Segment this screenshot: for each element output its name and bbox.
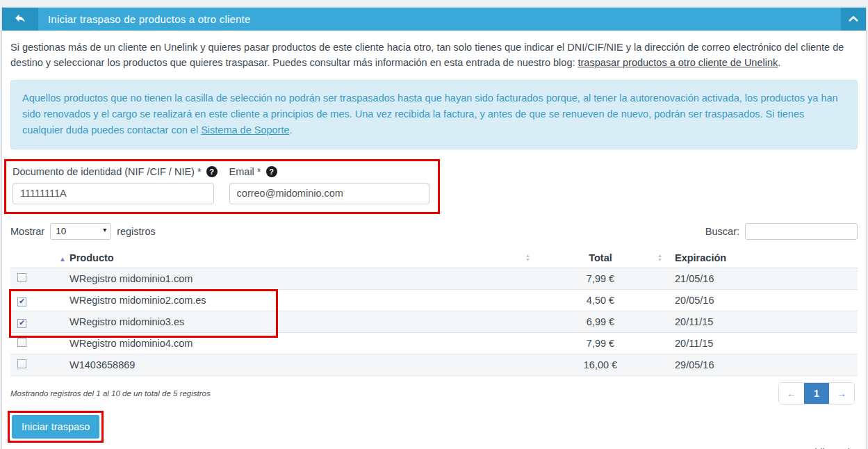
row-checkbox[interactable]: ✔: [17, 338, 26, 347]
search-control: Buscar:: [705, 223, 858, 240]
button-annotation-box: Iniciar traspaso: [8, 411, 104, 443]
chevron-up-icon: [849, 13, 858, 26]
identity-label: Documento de identidad (NIF /CIF / NIE) …: [13, 166, 202, 177]
reply-icon: [13, 12, 27, 27]
panel-header: Iniciar traspaso de productos a otro cli…: [2, 8, 866, 31]
panel-body: Si gestionas más de un cliente en Unelin…: [2, 31, 866, 449]
column-header-expiration[interactable]: Expiración: [666, 248, 858, 268]
check-icon: ✔: [19, 297, 25, 305]
table-row: ✔ WRegistro midominio2.com.es 4,50 € 20/…: [10, 290, 858, 311]
row-checkbox[interactable]: ✔: [17, 273, 26, 282]
products-table-wrap: ▲ Producto▲▼ Total▲▼ Expiración ✔ WRegis…: [10, 248, 858, 377]
column-header-product[interactable]: Producto▲▼: [69, 248, 534, 268]
transfer-form: Documento de identidad (NIF /CIF / NIE) …: [13, 166, 429, 204]
product-cell: WRegistro midominio1.com: [69, 268, 534, 290]
records-summary: Mostrando registros del 1 al 10 de un to…: [10, 389, 211, 398]
table-controls: Mostrar 10 registros Buscar:: [10, 223, 858, 240]
pagination-page-1[interactable]: 1: [804, 383, 829, 404]
expiration-cell: 20/05/16: [666, 290, 858, 311]
intro-paragraph: Si gestionas más de un cliente en Unelin…: [10, 40, 858, 71]
email-help-icon[interactable]: ?: [266, 166, 277, 177]
column-header-total[interactable]: Total▲▼: [534, 248, 666, 268]
expiration-column-label: Expiración: [675, 252, 726, 263]
intro-text-after: .: [778, 57, 780, 68]
check-icon: ✔: [19, 319, 25, 327]
product-cell: WRegistro midominio4.com: [69, 333, 534, 354]
row-checkbox[interactable]: ✔: [17, 297, 26, 307]
total-cell: 7,99 €: [534, 268, 666, 290]
email-field-group: Email * ?: [229, 166, 429, 204]
product-cell: WRegistro midominio3.es: [69, 311, 534, 333]
info-text-after: .: [290, 124, 293, 136]
start-transfer-button[interactable]: Iniciar traspaso: [12, 415, 99, 439]
expiration-cell: 29/05/16: [666, 354, 858, 376]
table-row: ✔ WRegistro midominio3.es 6,99 € 20/11/1…: [10, 311, 858, 333]
records-label: registros: [117, 226, 156, 237]
expiration-cell: 20/11/15: [666, 311, 858, 333]
page-length-select[interactable]: 10: [50, 223, 111, 240]
form-annotation-box: Documento de identidad (NIF /CIF / NIE) …: [4, 159, 440, 214]
table-header-row: ▲ Producto▲▼ Total▲▼ Expiración: [10, 248, 858, 268]
table-footer: Mostrando registros del 1 al 10 de un to…: [10, 382, 858, 405]
support-link[interactable]: Sistema de Soporte: [201, 124, 289, 136]
collapse-button[interactable]: [841, 8, 866, 31]
product-column-label: Producto: [69, 252, 114, 263]
transfer-panel: Iniciar traspaso de productos a otro cli…: [1, 7, 867, 449]
blog-link[interactable]: traspasar productos a otro cliente de Un…: [578, 57, 778, 68]
table-row: ✔ WRegistro midominio1.com 7,99 € 21/05/…: [10, 268, 858, 290]
total-cell: 16,00 €: [534, 354, 666, 376]
identity-help-icon[interactable]: ?: [206, 166, 218, 177]
total-cell: 6,99 €: [534, 311, 666, 333]
pagination-next-button[interactable]: →: [829, 383, 854, 404]
products-table: ▲ Producto▲▼ Total▲▼ Expiración ✔ WRegis…: [10, 248, 858, 377]
identity-input[interactable]: [13, 183, 214, 204]
pagination-prev-button[interactable]: ←: [779, 383, 804, 404]
column-header-select[interactable]: ▲: [10, 248, 69, 268]
product-cell: W1403658869: [69, 354, 534, 376]
expiration-cell: 20/11/15: [666, 333, 858, 354]
sort-icon: ▲▼: [657, 254, 662, 262]
sort-icon: ▲▼: [525, 254, 530, 262]
email-input[interactable]: [229, 183, 429, 204]
table-row: ✔ WRegistro midominio4.com 7,99 € 20/11/…: [10, 333, 858, 354]
show-label: Mostrar: [10, 226, 44, 237]
page-title: Iniciar traspaso de productos a otro cli…: [38, 8, 250, 31]
total-cell: 4,50 €: [534, 290, 666, 311]
page-length-select-wrap: 10: [50, 223, 111, 240]
pagination: ← 1 →: [778, 382, 855, 405]
email-label: Email *: [229, 166, 261, 177]
product-cell: WRegistro midominio2.com.es: [69, 290, 534, 311]
info-text-before: Aquellos productos que no tienen la casi…: [22, 92, 838, 136]
back-button[interactable]: [2, 8, 38, 31]
email-label-row: Email * ?: [229, 166, 429, 177]
product-table-body: ✔ WRegistro midominio1.com 7,99 € 21/05/…: [10, 268, 858, 376]
identity-label-row: Documento de identidad (NIF /CIF / NIE) …: [13, 166, 218, 177]
search-input[interactable]: [745, 223, 858, 240]
row-checkbox[interactable]: ✔: [17, 359, 26, 368]
total-cell: 7,99 €: [534, 333, 666, 354]
search-label: Buscar:: [705, 226, 739, 237]
table-row: ✔ W1403658869 16,00 € 29/05/16: [10, 354, 858, 376]
expiration-cell: 21/05/16: [666, 268, 858, 290]
row-checkbox[interactable]: ✔: [17, 319, 26, 328]
sort-ascending-icon: ▲: [59, 255, 66, 263]
info-box: Aquellos productos que no tienen la casi…: [10, 80, 858, 149]
total-column-label: Total: [589, 252, 612, 263]
identity-field-group: Documento de identidad (NIF /CIF / NIE) …: [13, 166, 218, 204]
page-length-control: Mostrar 10 registros: [10, 223, 156, 240]
